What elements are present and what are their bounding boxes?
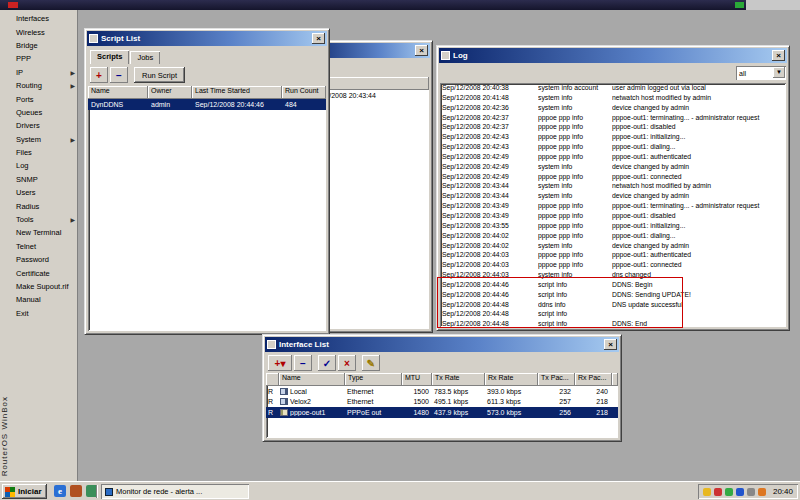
log-entry[interactable]: Sep/12/2008 20:44:03 pppoe ppp info pppo… — [440, 250, 786, 260]
close-icon[interactable]: × — [604, 339, 617, 350]
column-header-run-count[interactable]: Run Count — [282, 86, 326, 99]
column-header-tx-pac[interactable]: Tx Pac... — [538, 373, 575, 386]
sidebar-item[interactable]: Radius ▶ — [13, 199, 78, 212]
log-entry[interactable]: Sep/12/2008 20:43:55 pppoe ppp info pppo… — [440, 221, 786, 231]
log-entry[interactable]: Sep/12/2008 20:43:49 pppoe ppp info pppo… — [440, 201, 786, 211]
disable-button[interactable]: × — [338, 355, 356, 371]
log-entry[interactable]: Sep/12/2008 20:43:44 system info device … — [440, 191, 786, 201]
log-time: Sep/12/2008 20:40:38 — [440, 83, 538, 93]
column-header-rx-rate[interactable]: Rx Rate — [485, 373, 538, 386]
sidebar-item[interactable]: Bridge ▶ — [13, 39, 78, 52]
log-entry[interactable]: Sep/12/2008 20:42:43 pppoe ppp info pppo… — [440, 132, 786, 142]
log-entry[interactable]: Sep/12/2008 20:42:37 pppoe ppp info pppo… — [440, 113, 786, 123]
comment-button[interactable]: ✎ — [362, 355, 380, 371]
log-entry[interactable]: Sep/12/2008 20:42:37 pppoe ppp info pppo… — [440, 122, 786, 132]
column-header-tx-rate[interactable]: Tx Rate — [432, 373, 485, 386]
interface-row[interactable]: R Velox2 Ethernet 1500 495.1 kbps 611.3 … — [266, 397, 618, 408]
script-list-titlebar[interactable]: Script List × — [87, 31, 327, 46]
enable-button[interactable]: ✓ — [318, 355, 336, 371]
log-entry[interactable]: Sep/12/2008 20:44:48 ddns info DNS updat… — [440, 300, 786, 310]
interface-row[interactable]: R Local Ethernet 1500 783.5 kbps 393.0 k… — [266, 386, 618, 397]
sidebar-item[interactable]: System ▶ — [13, 133, 78, 146]
sidebar-item[interactable]: Interfaces ▶ — [13, 12, 78, 25]
sidebar-item[interactable]: Manual ▶ — [13, 293, 78, 306]
sidebar-item[interactable]: Tools ▶ — [13, 213, 78, 226]
tab[interactable]: Scripts — [90, 50, 129, 64]
log-entry[interactable]: Sep/12/2008 20:44:46 script info DDNS: S… — [440, 290, 786, 300]
taskbar-clock[interactable]: 20:40 — [773, 487, 793, 496]
add-dropdown-button[interactable]: +▾ — [268, 355, 292, 371]
run-script-button[interactable]: Run Script — [134, 67, 185, 83]
sidebar-item[interactable]: Exit ▶ — [13, 307, 78, 320]
tray-icon[interactable] — [703, 488, 711, 496]
interface-row[interactable]: R pppoe-out1 PPPoE out 1480 437.9 kbps 5… — [266, 407, 618, 418]
log-entry[interactable]: Sep/12/2008 20:43:44 system info netwatc… — [440, 181, 786, 191]
log-entry[interactable]: Sep/12/2008 20:41:48 system info netwatc… — [440, 93, 786, 103]
window-control-icon[interactable] — [735, 2, 744, 8]
sidebar-item[interactable]: Files ▶ — [13, 146, 78, 159]
tab[interactable]: Jobs — [130, 51, 160, 64]
column-header-name[interactable]: Name — [88, 86, 148, 99]
log-filter-dropdown[interactable]: all ▼ — [736, 66, 786, 80]
table-row[interactable]: DynDDNS admin Sep/12/2008 20:44:46 484 — [88, 99, 326, 110]
log-titlebar[interactable]: Log × — [439, 48, 787, 63]
sidebar-item[interactable]: PPP ▶ — [13, 52, 78, 65]
log-entry[interactable]: Sep/12/2008 20:44:48 script info — [440, 309, 786, 319]
chevron-down-icon[interactable]: ▼ — [773, 67, 785, 78]
sidebar-item[interactable]: New Terminal ▶ — [13, 226, 78, 239]
sidebar-item[interactable]: SNMP ▶ — [13, 173, 78, 186]
close-icon[interactable]: × — [772, 50, 785, 61]
tray-icon[interactable] — [714, 488, 722, 496]
log-entry[interactable]: Sep/12/2008 20:42:49 system info device … — [440, 162, 786, 172]
quick-launch-icon[interactable]: e — [54, 485, 66, 497]
close-icon[interactable]: × — [415, 45, 428, 56]
column-header-type[interactable]: Type — [345, 373, 402, 386]
log-entry[interactable]: Sep/12/2008 20:44:02 pppoe ppp info pppo… — [440, 231, 786, 241]
column-header-name[interactable]: Name — [279, 373, 345, 386]
column-header-rx-pac[interactable]: Rx Pac... — [575, 373, 612, 386]
task-icon — [105, 488, 113, 496]
close-icon[interactable]: × — [312, 33, 325, 44]
log-entry[interactable]: Sep/12/2008 20:44:46 script info DDNS: B… — [440, 280, 786, 290]
add-button[interactable]: + — [90, 67, 108, 83]
sidebar-item[interactable]: Drivers ▶ — [13, 119, 78, 132]
log-entry[interactable]: Sep/12/2008 20:42:49 pppoe ppp info pppo… — [440, 172, 786, 182]
log-window: Log × all ▼ Sep/12/2008 20:40:38 system … — [436, 45, 790, 331]
log-entry[interactable]: Sep/12/2008 20:42:43 pppoe ppp info pppo… — [440, 142, 786, 152]
tray-icon[interactable] — [758, 488, 766, 496]
sidebar-item[interactable]: Queues ▶ — [13, 106, 78, 119]
sidebar-item[interactable]: Telnet ▶ — [13, 240, 78, 253]
sidebar-item[interactable]: Ports ▶ — [13, 92, 78, 105]
start-button[interactable]: Iniciar — [2, 484, 47, 499]
sidebar-item[interactable]: Make Supout.rif ▶ — [13, 280, 78, 293]
tray-icon[interactable] — [736, 488, 744, 496]
sidebar-item[interactable]: Routing ▶ — [13, 79, 78, 92]
log-entry[interactable]: Sep/12/2008 20:40:38 system info account… — [440, 83, 786, 93]
log-entry[interactable]: Sep/12/2008 20:43:49 pppoe ppp info pppo… — [440, 211, 786, 221]
sidebar-item[interactable]: IP ▶ — [13, 66, 78, 79]
remove-button[interactable]: − — [294, 355, 312, 371]
column-header-owner[interactable]: Owner — [148, 86, 192, 99]
column-header-last-time-started[interactable]: Last Time Started — [192, 86, 282, 99]
quick-launch-icon[interactable] — [70, 485, 82, 497]
log-entry[interactable]: Sep/12/2008 20:44:48 script info DDNS: E… — [440, 319, 786, 327]
sidebar-item[interactable]: Log ▶ — [13, 159, 78, 172]
column-header-mtu[interactable]: MTU — [402, 373, 432, 386]
log-entry[interactable]: Sep/12/2008 20:44:03 system info dns cha… — [440, 270, 786, 280]
taskbar-task-button[interactable]: Monitor de rede - alerta ... — [101, 484, 249, 499]
sidebar-item[interactable]: Certificate ▶ — [13, 266, 78, 279]
cell-tx-rate: 495.1 kbps — [432, 398, 485, 405]
interface-list-titlebar[interactable]: Interface List × — [265, 337, 619, 352]
log-entry[interactable]: Sep/12/2008 20:42:36 system info device … — [440, 103, 786, 113]
log-entry[interactable]: Sep/12/2008 20:44:03 pppoe ppp info pppo… — [440, 260, 786, 270]
tray-icon[interactable] — [747, 488, 755, 496]
log-entry[interactable]: Sep/12/2008 20:44:02 system info device … — [440, 241, 786, 251]
sidebar-item[interactable]: Wireless ▶ — [13, 25, 78, 38]
column-header-flags[interactable] — [266, 373, 279, 386]
log-entry[interactable]: Sep/12/2008 20:42:49 pppoe ppp info pppo… — [440, 152, 786, 162]
app-titlebar[interactable] — [0, 0, 800, 10]
sidebar-item[interactable]: Users ▶ — [13, 186, 78, 199]
sidebar-item[interactable]: Password ▶ — [13, 253, 78, 266]
tray-icon[interactable] — [725, 488, 733, 496]
remove-button[interactable]: − — [110, 67, 128, 83]
